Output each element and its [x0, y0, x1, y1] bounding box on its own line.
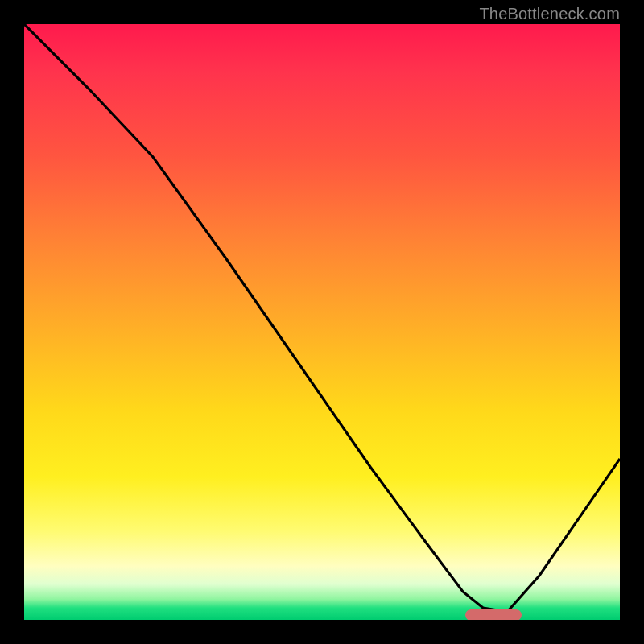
chart-frame [0, 0, 644, 644]
watermark-text: TheBottleneck.com [479, 5, 620, 23]
